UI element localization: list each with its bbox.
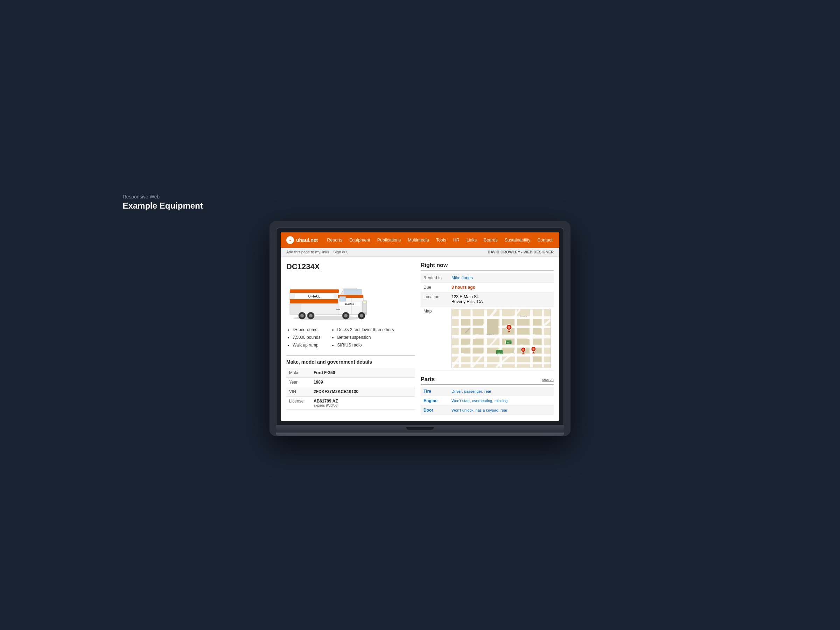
make-model-title: Make, model and government details [286,359,415,365]
right-now-title: Right now [421,262,554,270]
right-panel: Right now Rented to Mike Jones [421,262,554,415]
screen: ● uhaul.net Reports Equipment Publicatio… [281,232,559,421]
nav-item-hr[interactable]: HR [450,232,463,248]
door-issue[interactable]: Won't unlock, has a keypad, rear [452,408,507,412]
detail-label: VIN [286,387,311,396]
svg-rect-3 [290,299,339,303]
parts-title: Parts [421,376,435,382]
logo-text: uhaul.net [296,237,318,243]
svg-rect-50 [487,319,498,335]
feature-item: Decks 2 feet lower than others [337,327,394,333]
parts-section: Parts search Tire Driver, [421,376,554,415]
parts-issues: Won't start, overheating, missing [449,396,554,406]
features-left: 4+ bedrooms 7,5000 pounds Walk up ramp [286,327,320,350]
tire-issue-rear[interactable]: rear [485,389,491,393]
svg-rect-39 [515,309,517,367]
map-svg: 101 80 [452,309,551,368]
engine-issue-overheating[interactable]: overheating [472,399,493,403]
svg-rect-16 [363,302,366,303]
svg-text:80: 80 [507,341,510,344]
nav-item-reports[interactable]: Reports [324,232,346,248]
nav-item-contact[interactable]: Contact [534,232,556,248]
parts-row-tire: Tire Driver, passenger, rear [421,387,554,396]
laptop-notch [406,427,434,430]
info-label: Due [421,283,449,292]
equipment-id: DC1234X [286,262,415,271]
nav-item-equipment[interactable]: Equipment [346,232,374,248]
feature-item: Better suspension [337,334,394,341]
license-expires: expires 9/30/06 [314,404,412,407]
laptop-foot [276,433,564,436]
feature-item: 4+ bedrooms [293,327,320,333]
info-row-rented: Rented to Mike Jones [421,273,554,283]
tire-issue-passenger[interactable]: passenger [464,389,482,393]
engine-link[interactable]: Engine [423,398,437,403]
svg-rect-59 [473,347,483,353]
navbar: ● uhaul.net Reports Equipment Publicatio… [281,232,559,248]
info-label: Location [421,292,449,306]
details-table: Make Ford F-350 Year 1989 VIN 2FDKF37M2K… [286,368,415,410]
svg-rect-67 [533,357,541,362]
door-link[interactable]: Door [423,408,433,413]
detail-row-year: Year 1989 [286,377,415,387]
engine-issue-missing[interactable]: missing [494,399,507,403]
info-value-due: 3 hours ago [449,283,554,292]
nav-item-publications[interactable]: Publications [374,232,404,248]
parts-row-engine: Engine Won't start, overheating, missing [421,396,554,406]
detail-label: Make [286,368,311,377]
map-container[interactable]: 101 80 [452,309,551,368]
svg-text:U-HAUL: U-HAUL [308,295,321,298]
svg-point-74 [507,326,510,328]
feature-item: 7,5000 pounds [293,334,320,341]
nav-item-sustainability[interactable]: Sustainability [501,232,534,248]
tire-link[interactable]: Tire [423,389,431,394]
svg-rect-45 [461,319,470,325]
nav-logo[interactable]: ● uhaul.net [286,236,318,244]
svg-rect-51 [502,319,514,325]
sub-nav: Add this page to my links Sign out DAVID… [281,248,559,257]
svg-rect-52 [517,319,529,325]
parts-header: Parts search [421,376,554,385]
add-to-links[interactable]: Add this page to my links [286,250,329,254]
due-status: 3 hours ago [452,285,475,290]
detail-value: 2FDKF37M2KCB19130 [311,387,415,396]
svg-rect-57 [517,339,529,345]
user-label: DAVID CROWLEY - WEB DESIGNER [488,250,554,254]
detail-row-make: Make Ford F-350 [286,368,415,377]
svg-rect-48 [473,319,483,325]
nav-item-tools[interactable]: Tools [433,232,450,248]
svg-rect-27 [336,309,339,310]
info-table: Rented to Mike Jones Due 3 hours ago [421,273,554,371]
svg-rect-61 [502,347,514,353]
svg-point-25 [360,314,363,317]
info-value-map: 101 80 [449,306,554,371]
engine-issue-wontstart[interactable]: Won't start [452,399,470,403]
sub-nav-links: Add this page to my links Sign out [286,250,347,254]
svg-text:Bryant St: Bryant St [520,316,527,317]
parts-part-name: Tire [421,387,449,396]
divider [286,355,415,355]
svg-rect-53 [473,339,483,345]
tire-issue-driver[interactable]: Driver [452,389,462,393]
nav-item-boards[interactable]: Boards [480,232,501,248]
svg-text:Harrison St: Harrison St [486,333,494,335]
logo-icon: ● [286,236,294,244]
parts-issues: Driver, passenger, rear [449,387,554,396]
svg-rect-55 [517,328,529,335]
nav-item-links[interactable]: Links [463,232,480,248]
feature-item: Walk up ramp [293,342,320,348]
svg-point-21 [309,314,313,317]
info-label: Map [421,306,449,371]
svg-rect-2 [290,289,339,293]
svg-rect-36 [471,309,472,367]
parts-part-name: Door [421,406,449,415]
page-title: Example Equipment [123,201,203,211]
parts-search-link[interactable]: search [542,377,554,382]
detail-row-license: License AB61789 AZ expires 9/30/06 [286,396,415,410]
nav-item-multimedia[interactable]: Multimedia [404,232,432,248]
features-row: 4+ bedrooms 7,5000 pounds Walk up ramp D… [286,327,415,350]
svg-rect-10 [344,289,362,294]
info-label: Rented to [421,273,449,283]
rented-to-link[interactable]: Mike Jones [452,275,473,280]
sign-out[interactable]: Sign out [333,250,347,254]
